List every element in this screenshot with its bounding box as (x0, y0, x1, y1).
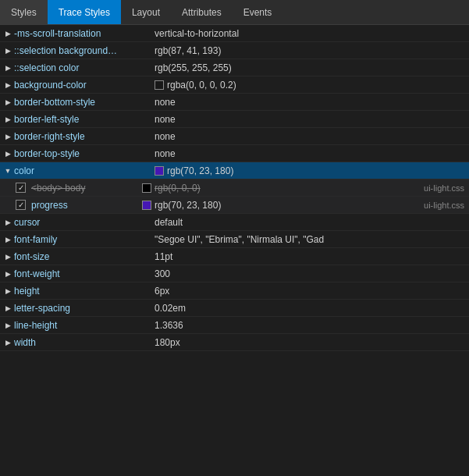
expander-letter-spacing[interactable] (2, 302, 14, 314)
tab-events[interactable]: Events (233, 0, 283, 24)
expander-cursor[interactable] (2, 216, 14, 229)
expander-background-color[interactable] (2, 79, 14, 91)
tab-attributes[interactable]: Attributes (171, 0, 233, 24)
prop-name-border-left-style: border-left-style (14, 114, 155, 125)
expander-border-right-style[interactable] (2, 130, 14, 143)
sub-name-color-body: <body> body (31, 183, 85, 194)
prop-row-font-family[interactable]: font-family"Segoe UI", "Ebrima", "Nirmal… (0, 231, 469, 248)
prop-name-background-color: background-color (14, 80, 155, 91)
properties-list: -ms-scroll-translationvertical-to-horizo… (0, 25, 469, 476)
prop-value-font-size: 11pt (155, 251, 469, 262)
expander-color[interactable] (2, 165, 14, 177)
prop-row-cursor[interactable]: cursordefault (0, 214, 469, 231)
prop-row-selection-background[interactable]: ::selection background…rgb(87, 41, 193) (0, 42, 469, 59)
prop-name-border-top-style: border-top-style (14, 148, 155, 159)
prop-value-background-color: rgba(0, 0, 0, 0.2) (155, 80, 469, 91)
expander-ms-scroll-translation[interactable] (2, 27, 14, 40)
prop-row-selection-color[interactable]: ::selection colorrgb(255, 255, 255) (0, 59, 469, 76)
prop-value-color: rgb(70, 23, 180) (155, 165, 469, 176)
prop-value-width: 180px (155, 337, 469, 348)
prop-row-color[interactable]: colorrgb(70, 23, 180) (0, 162, 469, 179)
sub-value-color-progress: rgb(70, 23, 180) (142, 200, 424, 211)
prop-value-border-bottom-style: none (155, 97, 469, 108)
checkbox-color-body[interactable] (16, 183, 26, 193)
prop-value-border-top-style: none (155, 148, 469, 159)
prop-row-font-size[interactable]: font-size11pt (0, 248, 469, 265)
prop-name-font-size: font-size (14, 251, 155, 262)
prop-row-ms-scroll-translation[interactable]: -ms-scroll-translationvertical-to-horizo… (0, 25, 469, 42)
prop-name-height: height (14, 286, 155, 297)
prop-name-color: color (14, 165, 155, 176)
prop-name-border-bottom-style: border-bottom-style (14, 97, 155, 108)
expander-font-size[interactable] (2, 250, 14, 263)
prop-row-width[interactable]: width180px (0, 334, 469, 351)
expander-height[interactable] (2, 285, 14, 297)
expander-border-top-style[interactable] (2, 147, 14, 160)
prop-value-selection-color: rgb(255, 255, 255) (155, 62, 469, 73)
sub-source-color-progress: ui-light.css (424, 201, 469, 210)
expander-font-family[interactable] (2, 233, 14, 246)
prop-name-line-height: line-height (14, 320, 155, 331)
sub-name-color-progress: progress (31, 200, 68, 211)
prop-row-line-height[interactable]: line-height1.3636 (0, 317, 469, 334)
sub-source-color-body: ui-light.css (424, 183, 469, 193)
sub-value-color-body: rgb(0, 0, 0) (142, 183, 424, 194)
prop-row-letter-spacing[interactable]: letter-spacing0.02em (0, 300, 469, 317)
prop-name-width: width (14, 337, 155, 348)
tab-layout[interactable]: Layout (121, 0, 171, 24)
expander-border-left-style[interactable] (2, 113, 14, 126)
prop-row-background-color[interactable]: background-colorrgba(0, 0, 0, 0.2) (0, 76, 469, 94)
sub-row-color-progress[interactable]: progressrgb(70, 23, 180)ui-light.css (0, 197, 469, 214)
tab-bar: Styles Trace Styles Layout Attributes Ev… (0, 0, 469, 25)
expander-selection-background[interactable] (2, 44, 14, 57)
prop-value-line-height: 1.3636 (155, 320, 469, 331)
prop-value-height: 6px (155, 286, 469, 297)
expander-line-height[interactable] (2, 319, 14, 332)
prop-name-font-weight: font-weight (14, 268, 155, 279)
prop-row-height[interactable]: height6px (0, 282, 469, 300)
prop-name-font-family: font-family (14, 234, 155, 245)
prop-name-cursor: cursor (14, 217, 155, 228)
prop-row-font-weight[interactable]: font-weight300 (0, 265, 469, 282)
panel: Styles Trace Styles Layout Attributes Ev… (0, 0, 469, 476)
prop-value-border-right-style: none (155, 131, 469, 142)
prop-row-border-top-style[interactable]: border-top-stylenone (0, 145, 469, 162)
prop-name-letter-spacing: letter-spacing (14, 303, 155, 314)
prop-name-selection-color: ::selection color (14, 62, 155, 73)
prop-row-border-bottom-style[interactable]: border-bottom-stylenone (0, 94, 469, 111)
prop-value-border-left-style: none (155, 114, 469, 125)
prop-value-selection-background: rgb(87, 41, 193) (155, 45, 469, 56)
prop-value-font-weight: 300 (155, 268, 469, 279)
prop-name-border-right-style: border-right-style (14, 131, 155, 142)
expander-font-weight[interactable] (2, 268, 14, 280)
sub-row-color-body[interactable]: <body> bodyrgb(0, 0, 0)ui-light.css (0, 179, 469, 197)
prop-row-border-left-style[interactable]: border-left-stylenone (0, 111, 469, 128)
prop-value-ms-scroll-translation: vertical-to-horizontal (155, 28, 469, 39)
prop-row-border-right-style[interactable]: border-right-stylenone (0, 128, 469, 145)
expander-selection-color[interactable] (2, 62, 14, 74)
prop-value-cursor: default (155, 217, 469, 228)
prop-value-font-family: "Segoe UI", "Ebrima", "Nirmala UI", "Gad (155, 234, 469, 245)
prop-value-letter-spacing: 0.02em (155, 303, 469, 314)
prop-name-ms-scroll-translation: -ms-scroll-translation (14, 28, 155, 39)
expander-width[interactable] (2, 336, 14, 349)
expander-border-bottom-style[interactable] (2, 96, 14, 108)
tab-styles[interactable]: Styles (0, 0, 48, 24)
tab-trace-styles[interactable]: Trace Styles (48, 0, 121, 24)
checkbox-color-progress[interactable] (16, 200, 26, 210)
prop-name-selection-background: ::selection background… (14, 45, 155, 56)
